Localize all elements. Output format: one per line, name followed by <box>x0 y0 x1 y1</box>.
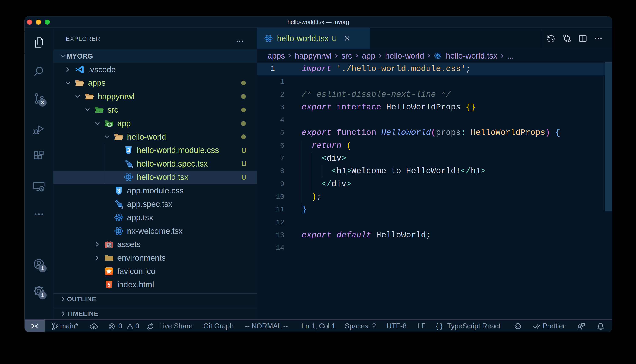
svg-text:TS: TS <box>119 205 123 209</box>
svg-text:3: 3 <box>117 188 120 194</box>
svg-text:TS: TS <box>129 165 133 169</box>
svg-text:3: 3 <box>127 147 130 153</box>
svg-text:</>: </> <box>96 110 102 114</box>
svg-text:5: 5 <box>107 282 110 288</box>
